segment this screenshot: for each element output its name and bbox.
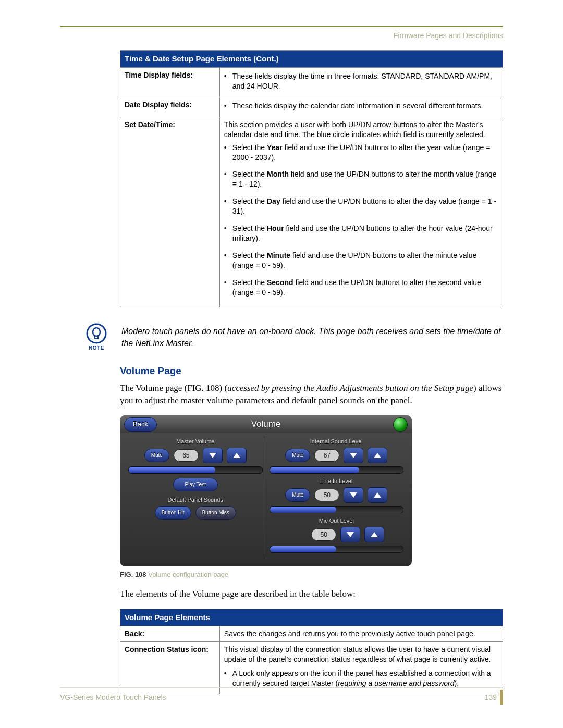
header-section-title: Firmware Pages and Descriptions — [60, 31, 503, 40]
row-text: This section provides a user with both U… — [224, 120, 498, 140]
volume-down-button[interactable] — [203, 448, 223, 463]
section-title: Volume Page — [120, 365, 503, 377]
time-date-table: Time & Date Setup Page Elements (Cont.) … — [120, 50, 503, 307]
button-miss-button[interactable]: Button Miss — [195, 506, 236, 520]
list-item: Select the Month field and use the UP/DN… — [232, 169, 498, 189]
section-paragraph: The Volume page (FIG. 108) (accessed by … — [120, 382, 503, 407]
bullet-icon: • — [224, 251, 232, 275]
volume-down-button[interactable] — [344, 448, 363, 463]
row-text: This visual display of the connection st… — [224, 645, 498, 664]
line-in-slider[interactable] — [270, 506, 404, 513]
svg-marker-5 — [350, 453, 357, 458]
row-label: Date Display fields: — [120, 97, 220, 117]
figure-caption: FIG. 108 Volume configuration page — [120, 571, 503, 578]
bullet-icon: • — [224, 101, 232, 111]
svg-marker-6 — [374, 453, 381, 458]
volume-up-button[interactable] — [368, 487, 387, 503]
mic-out-slider[interactable] — [270, 546, 404, 553]
table-row: Time Display fields: • These fields disp… — [120, 68, 503, 97]
top-rule — [60, 26, 503, 27]
list-item: A Lock only appears on the icon if the p… — [232, 669, 498, 688]
volume-up-button[interactable] — [364, 527, 384, 542]
page-number: 139 — [485, 690, 503, 705]
triangle-up-icon — [371, 532, 378, 537]
volume-up-button[interactable] — [227, 448, 247, 463]
volume-elements-table: Volume Page Elements Back: Saves the cha… — [120, 609, 503, 695]
row-body: • These fields display the time in three… — [219, 68, 503, 97]
svg-point-0 — [87, 324, 106, 343]
default-sounds-label: Default Panel Sounds — [128, 497, 263, 503]
table-header: Time & Date Setup Page Elements (Cont.) — [120, 51, 503, 68]
row-body: • These fields display the calendar date… — [219, 97, 503, 117]
note-callout: NOTE Modero touch panels do not have an … — [86, 323, 503, 351]
volume-down-button[interactable] — [344, 487, 363, 503]
panel-title: Volume — [251, 419, 281, 429]
play-test-button[interactable]: Play Test — [173, 478, 218, 491]
svg-point-1 — [93, 328, 100, 336]
bullet-icon: • — [224, 143, 232, 167]
volume-panel-figure: Back Volume Master Volume Mute 65 P — [120, 415, 412, 566]
triangle-up-icon — [374, 492, 381, 498]
mute-button[interactable]: Mute — [144, 449, 169, 462]
master-volume-slider[interactable] — [128, 466, 263, 474]
svg-marker-7 — [350, 492, 357, 498]
mute-button[interactable]: Mute — [285, 449, 310, 462]
bullet-icon: • — [224, 71, 232, 91]
table-header: Volume Page Elements — [120, 609, 503, 626]
back-button[interactable]: Back — [124, 417, 157, 432]
list-item: Select the Minute field and use the UP/D… — [232, 251, 498, 270]
body-paragraph: The elements of the Volume page are desc… — [120, 588, 503, 600]
row-body: This visual display of the connection st… — [219, 641, 503, 694]
svg-marker-9 — [347, 532, 354, 537]
triangle-down-icon — [350, 453, 357, 458]
svg-marker-4 — [233, 453, 240, 458]
row-body: This section provides a user with both U… — [219, 117, 503, 307]
volume-up-button[interactable] — [368, 448, 387, 463]
bullet-icon: • — [224, 278, 232, 302]
row-text: Saves the changes and returns you to the… — [219, 626, 503, 642]
triangle-down-icon — [350, 492, 357, 498]
row-text: These fields display the time in three f… — [232, 71, 498, 91]
note-label: NOTE — [89, 345, 104, 351]
triangle-up-icon — [374, 453, 381, 458]
list-item: Select the Hour field and use the UP/DN … — [232, 224, 498, 243]
master-volume-label: Master Volume — [128, 438, 263, 445]
row-text: These fields display the calendar date i… — [232, 101, 483, 111]
list-item: Select the Second field and use the UP/D… — [232, 278, 498, 298]
triangle-down-icon — [209, 453, 216, 458]
row-label: Connection Status icon: — [120, 641, 220, 694]
internal-sound-slider[interactable] — [270, 466, 404, 474]
note-text: Modero touch panels do not have an on-bo… — [121, 325, 503, 349]
list-item: Select the Year field and use the UP/DN … — [232, 143, 498, 163]
svg-marker-3 — [209, 453, 216, 458]
row-label: Set Date/Time: — [120, 117, 220, 307]
svg-marker-8 — [374, 492, 381, 498]
row-label: Time Display fields: — [120, 68, 220, 97]
triangle-down-icon — [347, 532, 354, 537]
svg-rect-2 — [95, 336, 98, 339]
footer-title: VG-Series Modero Touch Panels — [60, 693, 166, 701]
button-hit-button[interactable]: Button Hit — [155, 506, 191, 520]
bullet-icon: • — [224, 196, 232, 220]
table-row: Back: Saves the changes and returns you … — [120, 626, 503, 642]
page-footer: VG-Series Modero Touch Panels 139 — [60, 687, 503, 705]
row-label: Back: — [120, 626, 220, 642]
line-in-value: 50 — [314, 489, 339, 501]
bullet-icon: • — [224, 169, 232, 193]
list-item: Select the Day field and use the UP/DN b… — [232, 196, 498, 216]
lightbulb-icon — [86, 323, 107, 344]
mic-out-value: 50 — [311, 528, 336, 541]
internal-sound-label: Internal Sound Level — [270, 438, 404, 445]
table-row: Set Date/Time: This section provides a u… — [120, 117, 503, 307]
table-row: Connection Status icon: This visual disp… — [120, 641, 503, 694]
mute-button[interactable]: Mute — [285, 488, 310, 502]
table-row: Date Display fields: • These fields disp… — [120, 97, 503, 117]
bullet-icon: • — [224, 224, 232, 248]
internal-sound-value: 67 — [314, 449, 339, 462]
connection-status-icon — [393, 417, 408, 432]
volume-down-button[interactable] — [340, 527, 360, 542]
svg-marker-10 — [371, 532, 378, 537]
mic-out-label: Mic Out Level — [270, 517, 404, 524]
line-in-label: Line In Level — [270, 478, 404, 484]
triangle-up-icon — [233, 453, 240, 458]
